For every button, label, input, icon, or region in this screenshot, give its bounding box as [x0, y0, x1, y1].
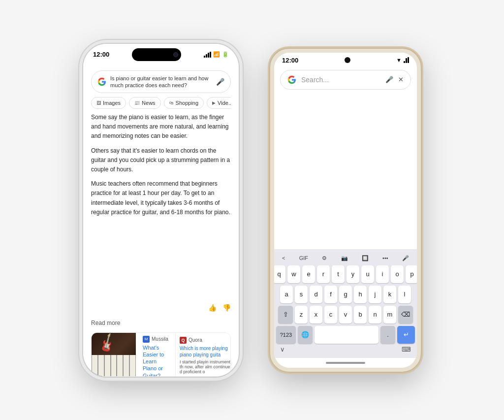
- key-e[interactable]: e: [302, 265, 315, 283]
- key-i[interactable]: i: [376, 265, 389, 283]
- collapse-keyboard-icon[interactable]: ∨: [280, 346, 285, 353]
- quora-logo: Q: [180, 337, 187, 344]
- thumbs-up-icon[interactable]: 👍: [208, 304, 217, 312]
- android-wifi-icon: ▼: [396, 57, 402, 63]
- keyboard-more-icon[interactable]: •••: [380, 254, 390, 262]
- android-screen: 12:00 ▼: [274, 53, 417, 368]
- period-key[interactable]: .: [380, 326, 395, 344]
- shift-key[interactable]: ⇧: [278, 306, 293, 323]
- key-f[interactable]: f: [324, 286, 337, 303]
- iphone-notch: [132, 48, 181, 61]
- keyboard-gif-button[interactable]: GIF: [297, 254, 310, 262]
- filter-tab-news[interactable]: 📰 News: [129, 97, 161, 109]
- android-signal-icon: [404, 57, 409, 63]
- globe-key[interactable]: 🌐: [298, 326, 313, 344]
- images-tab-icon: 🖼: [96, 100, 101, 105]
- quora-title[interactable]: Which is more playing piano playing guit…: [180, 345, 231, 358]
- ai-answer: Some say the piano is easier to learn, a…: [91, 113, 231, 297]
- key-u[interactable]: u: [361, 265, 374, 283]
- key-h[interactable]: h: [354, 286, 367, 303]
- news-tab-label: News: [142, 100, 156, 106]
- ai-paragraph-1: Some say the piano is easier to learn, a…: [91, 113, 231, 141]
- read-more-link[interactable]: Read more: [91, 318, 231, 328]
- key-n[interactable]: n: [369, 306, 381, 323]
- keyboard-row-1: q w e r t y u i o p: [276, 265, 415, 283]
- space-key[interactable]: [315, 326, 378, 344]
- key-s[interactable]: s: [295, 286, 308, 303]
- enter-key[interactable]: ↵: [397, 326, 415, 344]
- android-mic-icon[interactable]: 🎤: [385, 76, 393, 83]
- video-tab-label: Vide...: [218, 100, 231, 106]
- mic-icon[interactable]: 🎤: [216, 78, 224, 86]
- guitar-icon: 🎸: [96, 333, 119, 355]
- android-close-icon[interactable]: ✕: [398, 76, 404, 83]
- android-search-placeholder[interactable]: Search...: [301, 76, 380, 84]
- key-x[interactable]: x: [310, 306, 322, 323]
- keyboard-voice-icon[interactable]: 🎤: [400, 254, 411, 262]
- key-k[interactable]: k: [383, 286, 396, 303]
- android-time: 12:00: [282, 57, 298, 64]
- android-google-g-icon: [287, 75, 296, 84]
- keyboard-row-3: ⇧ z x c v b n m ⌫: [276, 306, 415, 323]
- iphone-status-icons: 📶 🔋: [204, 51, 229, 58]
- keyboard-bottom-bar: ∨ ⌨: [276, 344, 415, 353]
- signal-icon: [204, 52, 211, 58]
- wifi-icon: 📶: [213, 51, 220, 58]
- shopping-tab-icon: 🛍: [169, 100, 174, 105]
- battery-icon: 🔋: [222, 51, 229, 58]
- source-card-mussila[interactable]: 🎸 M Mussila: [91, 332, 231, 377]
- iphone-time: 12:00: [93, 51, 109, 58]
- key-t[interactable]: t: [332, 265, 345, 283]
- keyboard-sticker-icon[interactable]: 🔲: [360, 254, 371, 262]
- android-status-icons: ▼: [396, 57, 409, 63]
- key-d[interactable]: d: [310, 286, 322, 303]
- quora-card[interactable]: Q Quora Which is more playing piano play…: [175, 333, 231, 376]
- keyboard-row-2: a s d f g h j k l: [276, 286, 415, 303]
- android-camera: [345, 57, 350, 63]
- keyboard-settings-icon[interactable]: ⚙: [320, 254, 329, 262]
- key-c[interactable]: c: [324, 306, 337, 323]
- key-g[interactable]: g: [339, 286, 352, 303]
- filter-tab-shopping[interactable]: 🛍 Shopping: [164, 97, 204, 109]
- android-search-right-icons: 🎤 ✕: [385, 76, 404, 83]
- quora-name: Quora: [189, 337, 202, 343]
- images-tab-label: Images: [103, 100, 121, 106]
- key-b[interactable]: b: [354, 306, 367, 323]
- key-o[interactable]: o: [391, 265, 404, 283]
- android-home-indicator: [274, 358, 417, 368]
- key-j[interactable]: j: [369, 286, 381, 303]
- filter-tab-images[interactable]: 🖼 Images: [91, 97, 126, 109]
- keyboard: < GIF ⚙ 📷 🔲 ••• 🎤 q w e r t: [274, 249, 417, 358]
- thumbs-down-icon[interactable]: 👎: [222, 304, 231, 312]
- mussila-logo-row: M Mussila: [143, 336, 168, 343]
- keyboard-translate-icon[interactable]: 📷: [339, 254, 350, 262]
- iphone-search-bar[interactable]: Is piano or guitar easier to learn and h…: [91, 70, 231, 94]
- filter-tab-video[interactable]: ▶ Vide...: [207, 97, 231, 109]
- mussila-title[interactable]: What's Easier to Learn Piano or Guitar?: [143, 344, 168, 377]
- key-m[interactable]: m: [383, 306, 396, 323]
- key-w[interactable]: w: [287, 265, 300, 283]
- keyboard-back-icon[interactable]: <: [280, 254, 287, 262]
- key-a[interactable]: a: [280, 286, 293, 303]
- google-g-icon: [97, 77, 106, 86]
- piano-keys: [92, 355, 136, 377]
- keyboard-layout-icon[interactable]: ⌨: [402, 346, 411, 353]
- ai-paragraph-2: Others say that it's easier to learn cho…: [91, 146, 231, 175]
- delete-key[interactable]: ⌫: [398, 306, 413, 323]
- android-search-bar[interactable]: Search... 🎤 ✕: [280, 70, 411, 90]
- iphone-camera: [173, 52, 178, 57]
- shopping-tab-label: Shopping: [176, 100, 199, 106]
- key-z[interactable]: z: [295, 306, 308, 323]
- mussila-name: Mussila: [152, 336, 168, 342]
- key-y[interactable]: y: [346, 265, 359, 283]
- key-q[interactable]: q: [274, 265, 285, 283]
- scene: 12:00 📶 🔋: [0, 0, 504, 420]
- key-r[interactable]: r: [317, 265, 330, 283]
- key-v[interactable]: v: [339, 306, 352, 323]
- filter-tabs: 🖼 Images 📰 News 🛍 Shopping ▶ Vide...: [91, 97, 231, 109]
- android-status-bar: 12:00 ▼: [274, 53, 417, 66]
- key-p[interactable]: p: [406, 265, 417, 283]
- num-sym-key[interactable]: ?123: [276, 326, 296, 344]
- key-l[interactable]: l: [398, 286, 411, 303]
- keyboard-rows: q w e r t y u i o p a s: [276, 265, 415, 344]
